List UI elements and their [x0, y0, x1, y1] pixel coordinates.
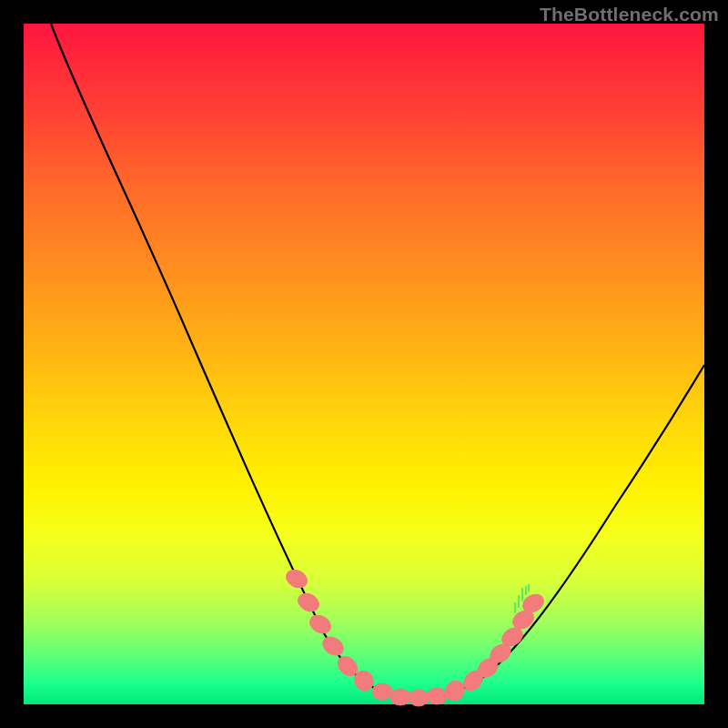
svg-point-2: [307, 612, 334, 637]
svg-point-0: [283, 566, 310, 591]
watermark-text: TheBottleneck.com: [540, 4, 719, 25]
svg-point-7: [390, 689, 410, 705]
plot-area: [24, 24, 704, 704]
highlight-dots: [283, 566, 547, 706]
chart-svg: [24, 24, 704, 704]
svg-point-1: [295, 590, 322, 614]
svg-point-8: [409, 690, 429, 706]
svg-point-6: [372, 683, 392, 700]
chart-frame: TheBottleneck.com: [0, 0, 728, 728]
bottleneck-curve: [51, 24, 704, 697]
svg-point-9: [427, 688, 447, 704]
svg-point-3: [319, 633, 347, 660]
